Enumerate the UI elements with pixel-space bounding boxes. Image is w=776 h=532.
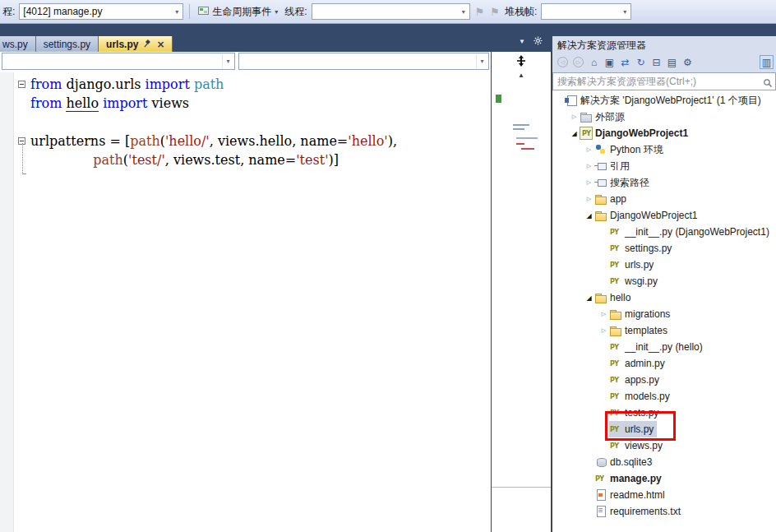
tree-item-apps-py[interactable]: apps.py: [552, 372, 776, 388]
tree-item-wsgi-py[interactable]: wsgi.py: [552, 273, 776, 289]
tab-label: settings.py: [44, 39, 90, 50]
tree-item-manage-py[interactable]: manage.py: [552, 470, 776, 487]
tab-settings-py[interactable]: settings.py: [36, 36, 99, 52]
py-file-icon: [609, 357, 622, 370]
tree-item-djangowebproject1[interactable]: ◢DjangoWebProject1: [552, 125, 776, 141]
tree-item-content: 引用: [594, 158, 633, 174]
expander-closed-icon[interactable]: ▷: [584, 163, 594, 169]
code-area[interactable]: from django.urls import pathfrom hello i…: [0, 72, 491, 532]
tab-well: ws.pysettings.pyurls.py× ▼: [0, 24, 552, 52]
tree-item-python[interactable]: ▷Python 环境: [552, 141, 776, 158]
tree-item-admin-py[interactable]: admin.py: [552, 355, 776, 372]
expander-open-icon[interactable]: ◢: [584, 294, 594, 302]
tree-item-label: urls.py: [625, 259, 654, 271]
tree-item-content: apps.py: [609, 372, 663, 388]
tree-item-tests-py[interactable]: tests.py: [552, 405, 776, 421]
db-icon: [594, 456, 607, 469]
sync-active-document-icon[interactable]: ⇄: [617, 54, 633, 70]
search-input[interactable]: [552, 72, 776, 90]
tree-item-init-py-djangowebproject1[interactable]: __init__.py (DjangoWebProject1): [552, 224, 776, 240]
tree-item-settings-py[interactable]: settings.py: [552, 240, 776, 257]
switch-views-icon[interactable]: ▣: [602, 54, 617, 70]
expander-closed-icon[interactable]: ▷: [584, 146, 594, 153]
tab-urls-py[interactable]: urls.py×: [99, 36, 173, 52]
py-file-icon: [609, 340, 622, 354]
chevron-down-icon[interactable]: ▾: [458, 4, 469, 19]
tree-item-item-5[interactable]: ▷搜索路径: [552, 174, 776, 191]
fold-margin: [16, 94, 29, 113]
tree-item-urls-py[interactable]: urls.py: [552, 257, 776, 273]
expander-closed-icon[interactable]: ▷: [584, 179, 594, 186]
properties-icon[interactable]: ⚙: [680, 54, 695, 70]
tree-item-requirements-txt[interactable]: requirements.txt: [552, 503, 776, 520]
tree-item-init-py-hello[interactable]: __init__.py (hello): [552, 339, 776, 355]
tree-item-readme-html[interactable]: readme.html: [552, 487, 776, 503]
forward-icon[interactable]: ▷: [573, 57, 584, 67]
scroll-up-arrow-icon[interactable]: ▲: [492, 72, 551, 79]
back-icon[interactable]: ◁: [557, 57, 568, 67]
tree-item-djangowebproject1[interactable]: ◢DjangoWebProject1: [552, 207, 776, 224]
chevron-down-icon[interactable]: ▾: [476, 54, 487, 68]
expander-closed-icon[interactable]: ▷: [598, 327, 609, 334]
flag-icon[interactable]: ⚑: [475, 6, 485, 18]
minimap-mark: [496, 95, 501, 103]
fold-collapse-icon[interactable]: [18, 81, 25, 88]
tab-ws-py[interactable]: ws.py: [0, 36, 36, 52]
solution-tree: 解决方案 'DjangoWebProject1' (1 个项目)▷外部源◢Dja…: [552, 90, 776, 532]
folder-icon: [609, 324, 622, 337]
tree-item-templates[interactable]: ▷templates: [552, 322, 776, 339]
stack-frame-combo[interactable]: ▾: [541, 3, 631, 20]
split-editor-button[interactable]: [515, 54, 527, 71]
tree-item-content: hello: [594, 289, 634, 306]
flag-arrow-icon[interactable]: ⚑: [490, 6, 500, 18]
close-icon[interactable]: ×: [156, 39, 164, 49]
home-icon[interactable]: ⌂: [586, 54, 602, 70]
tree-item-content: Python 环境: [594, 141, 667, 158]
tree-item-item-1[interactable]: ▷外部源: [552, 109, 776, 125]
tree-item-urls-py[interactable]: urls.py: [552, 421, 776, 437]
tree-item-content: admin.py: [609, 355, 668, 372]
lifecycle-events-button[interactable]: 生命周期事件 ▾: [196, 5, 280, 19]
gear-icon[interactable]: [534, 34, 543, 49]
tab-list-chevron-icon[interactable]: ▼: [519, 38, 525, 45]
refresh-icon[interactable]: ↻: [633, 54, 649, 70]
tab-well-controls: ▼: [519, 34, 543, 49]
tree-item-models-py[interactable]: models.py: [552, 388, 776, 405]
expander-closed-icon[interactable]: ▷: [569, 113, 580, 120]
tree-item-item-4[interactable]: ▷引用: [552, 158, 776, 174]
tree-item-migrations[interactable]: ▷migrations: [552, 306, 776, 322]
py-file-icon: [609, 423, 622, 436]
tree-item-djangowebproject1-1[interactable]: 解决方案 'DjangoWebProject1' (1 个项目): [552, 92, 776, 109]
search-icon[interactable]: [763, 76, 773, 91]
pin-icon[interactable]: [143, 39, 151, 49]
tree-item-hello[interactable]: ◢hello: [552, 289, 776, 306]
code-line: [14, 113, 491, 132]
tree-item-label: readme.html: [610, 489, 665, 501]
members-dropdown[interactable]: ▾: [238, 53, 489, 70]
thread-combo[interactable]: ▾: [312, 3, 470, 20]
expander-open-icon[interactable]: ◢: [569, 130, 580, 137]
collapse-all-icon[interactable]: ⊟: [649, 54, 664, 70]
code-editor[interactable]: ▾ ▾ from django.urls import pathfrom hel…: [0, 52, 491, 532]
breakpoint-gutter[interactable]: [0, 72, 14, 532]
chevron-down-icon[interactable]: ▾: [619, 4, 630, 19]
code-line: from django.urls import path: [14, 75, 491, 94]
chevron-down-icon[interactable]: ▾: [171, 4, 182, 19]
tree-item-content: manage.py: [594, 470, 665, 487]
fold-margin: [16, 75, 29, 94]
show-all-files-icon[interactable]: ▤: [664, 54, 680, 70]
process-combo[interactable]: [4012] manage.py ▾: [19, 3, 183, 20]
process-combo-value: [4012] manage.py: [20, 6, 171, 17]
expander-open-icon[interactable]: ◢: [584, 212, 594, 220]
types-dropdown[interactable]: ▾: [2, 53, 235, 70]
editor-scrollbar-map[interactable]: ▲: [491, 52, 552, 532]
tree-item-db-sqlite3[interactable]: db.sqlite3: [552, 454, 776, 470]
tree-item-label: views.py: [625, 440, 663, 451]
expander-closed-icon[interactable]: ▷: [598, 311, 609, 317]
tree-item-app[interactable]: ▷app: [552, 191, 776, 207]
expander-closed-icon[interactable]: ▷: [584, 196, 594, 202]
tree-item-label: DjangoWebProject1: [595, 127, 688, 139]
preview-selected-icon[interactable]: ▥: [760, 55, 774, 69]
tree-item-views-py[interactable]: views.py: [552, 437, 776, 454]
chevron-down-icon[interactable]: ▾: [222, 54, 233, 68]
